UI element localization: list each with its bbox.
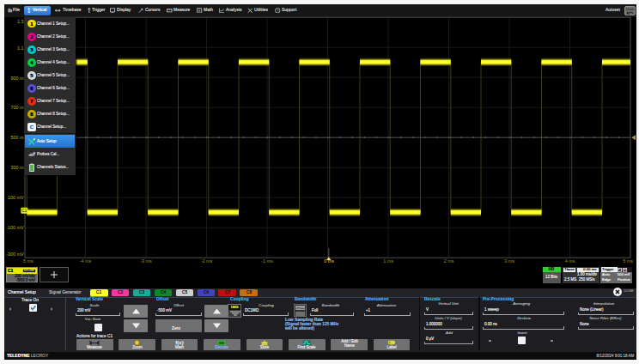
svg-text:-5 ms: -5 ms: [21, 258, 33, 264]
svg-text:3 ms: 3 ms: [504, 258, 514, 264]
svg-text:0 ms: 0 ms: [324, 258, 334, 264]
svg-text:-3 ms: -3 ms: [140, 258, 152, 264]
svg-text:5 ms: 5 ms: [623, 258, 633, 264]
svg-text:500 m: 500 m: [11, 135, 24, 140]
svg-text:700 m: 700 m: [11, 105, 24, 110]
svg-text:1.1: 1.1: [17, 46, 24, 51]
svg-text:C1: C1: [21, 209, 27, 213]
svg-text:-100 mV: -100 mV: [6, 225, 24, 230]
svg-text:-1 ms: -1 ms: [261, 258, 273, 264]
svg-text:1.3: 1.3: [17, 19, 24, 24]
svg-text:100 mV: 100 mV: [8, 195, 24, 200]
svg-text:1 ms: 1 ms: [383, 258, 393, 264]
svg-text:300 m: 300 m: [11, 165, 24, 170]
svg-text:-4 ms: -4 ms: [80, 258, 92, 264]
svg-text:-2 ms: -2 ms: [201, 258, 213, 264]
svg-text:2 ms: 2 ms: [444, 258, 454, 264]
svg-text:-300 mV: -300 mV: [6, 252, 24, 257]
svg-text:900 m: 900 m: [11, 76, 24, 81]
svg-text:4 ms: 4 ms: [565, 258, 575, 264]
